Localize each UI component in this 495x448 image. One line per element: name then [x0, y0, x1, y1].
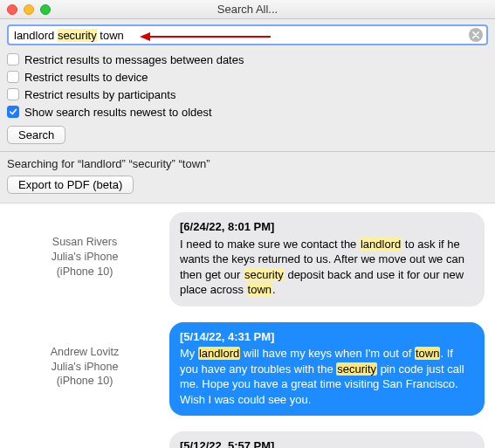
result-row: Susan Rivers Julia's iPhone (iPhone 10) …: [0, 203, 495, 314]
sender-name: Andrew Lovitz: [10, 345, 159, 360]
option-label: Show search results newest to oldest: [24, 106, 212, 119]
message-timestamp: [5/12/22, 5:57 PM]: [180, 438, 474, 448]
checkbox[interactable]: [7, 88, 19, 100]
search-toolbar: landlord security town Restrict results …: [0, 19, 495, 152]
result-meta: Kate Goldsmith Julia's iPhone (iPhone 10…: [10, 431, 159, 448]
device-owner: Julia's iPhone: [10, 360, 159, 375]
status-text: Searching for “landlord” “security” “tow…: [7, 157, 488, 170]
zoom-window-button[interactable]: [40, 4, 51, 15]
highlight: security: [336, 362, 377, 376]
device-model: (iPhone 10): [10, 265, 159, 279]
close-icon: [472, 31, 479, 38]
app-window: Search All... landlord security town Res…: [0, 0, 495, 448]
clear-search-button[interactable]: [469, 28, 483, 42]
highlight: security: [244, 268, 285, 281]
message-bubble: [5/12/22, 5:57 PM] I forgot my security …: [169, 431, 485, 448]
status-area: Searching for “landlord” “security” “tow…: [0, 152, 495, 203]
search-term: town: [100, 29, 123, 42]
option-label: Restrict results by participants: [24, 88, 175, 101]
option-label: Restrict results to device: [24, 71, 148, 84]
sender-name: Susan Rivers: [10, 235, 159, 250]
result-meta: Andrew Lovitz Julia's iPhone (iPhone 10): [10, 322, 159, 417]
result-row: Kate Goldsmith Julia's iPhone (iPhone 10…: [0, 423, 495, 448]
search-terms: landlord security town: [9, 29, 469, 42]
search-options: Restrict results to messages between dat…: [7, 51, 488, 121]
message-body: I need to make sure we contact the landl…: [180, 238, 464, 297]
option-restrict-device[interactable]: Restrict results to device: [7, 68, 488, 86]
device-model: (iPhone 10): [10, 374, 159, 389]
option-newest-first[interactable]: Show search results newest to oldest: [7, 103, 488, 121]
option-label: Restrict results to messages between dat…: [24, 53, 244, 66]
search-input[interactable]: landlord security town: [7, 24, 488, 45]
message-timestamp: [5/14/22, 4:31 PM]: [180, 329, 474, 345]
search-button[interactable]: Search: [7, 126, 65, 144]
export-pdf-button[interactable]: Export to PDF (beta): [7, 176, 134, 194]
results-list[interactable]: Susan Rivers Julia's iPhone (iPhone 10) …: [0, 203, 495, 448]
close-window-button[interactable]: [7, 4, 17, 15]
highlight: landlord: [198, 347, 240, 360]
highlight: town: [247, 283, 272, 296]
highlight: landlord: [360, 238, 402, 251]
result-meta: Susan Rivers Julia's iPhone (iPhone 10): [10, 212, 159, 307]
message-body: My landlord will have my keys when I'm o…: [180, 347, 464, 406]
message-bubble: [6/24/22, 8:01 PM] I need to make sure w…: [169, 212, 485, 307]
search-term: landlord: [14, 29, 54, 42]
window-controls: [0, 4, 51, 15]
device-owner: Julia's iPhone: [10, 250, 159, 265]
window-title: Search All...: [0, 3, 495, 16]
checkbox[interactable]: [7, 71, 19, 83]
minimize-window-button[interactable]: [24, 4, 34, 15]
option-restrict-dates[interactable]: Restrict results to messages between dat…: [7, 51, 488, 68]
option-restrict-participants[interactable]: Restrict results by participants: [7, 86, 488, 103]
checkmark-icon: [9, 107, 17, 116]
checkbox[interactable]: [7, 106, 19, 118]
search-term: security: [58, 29, 97, 42]
result-row: Andrew Lovitz Julia's iPhone (iPhone 10)…: [0, 314, 495, 424]
checkbox[interactable]: [7, 53, 19, 65]
message-timestamp: [6/24/22, 8:01 PM]: [180, 219, 474, 235]
titlebar: Search All...: [0, 0, 495, 19]
message-bubble: [5/14/22, 4:31 PM] My landlord will have…: [169, 322, 485, 417]
highlight: town: [415, 347, 440, 360]
